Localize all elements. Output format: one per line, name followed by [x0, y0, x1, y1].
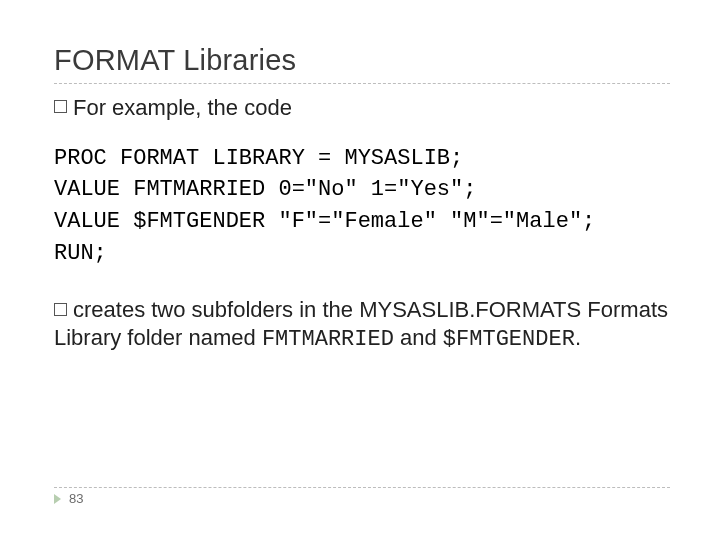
page-number: 83: [69, 491, 83, 506]
bullet2-mid: and: [394, 325, 443, 350]
bullet-item-2: creates two subfolders in the MYSASLIB.F…: [54, 296, 670, 354]
footer: 83: [54, 491, 83, 506]
bullet2-end: .: [575, 325, 581, 350]
page-title: FORMAT Libraries: [54, 44, 670, 77]
bullet-text-1: For example, the code: [73, 94, 292, 123]
bullet2-code2: $FMTGENDER: [443, 327, 575, 352]
title-divider: [54, 83, 670, 84]
code-block: PROC FORMAT LIBRARY = MYSASLIB; VALUE FM…: [54, 143, 670, 271]
footer-divider: [54, 487, 670, 488]
arrow-icon: [54, 494, 61, 504]
bullet-item-1: For example, the code: [54, 94, 670, 123]
bullet2-code1: FMTMARRIED: [262, 327, 394, 352]
bullet-box-icon: [54, 100, 67, 113]
bullet-box-icon: [54, 303, 67, 316]
